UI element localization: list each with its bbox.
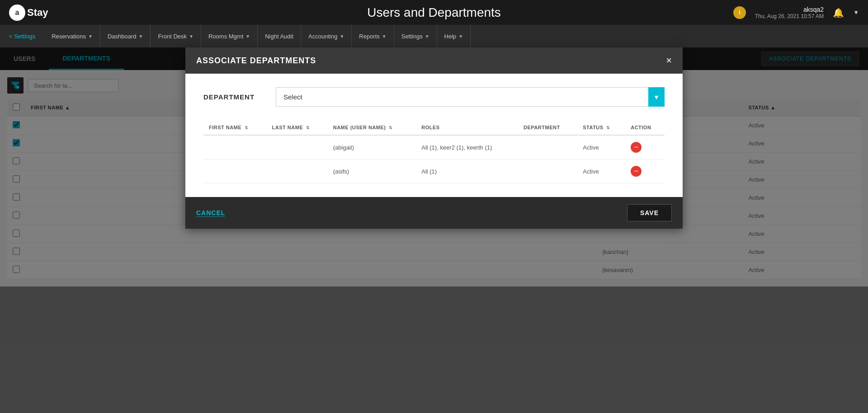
col-status: STATUS ⇅ (577, 120, 625, 135)
nav-back-button[interactable]: < Settings (9, 33, 35, 40)
nav-item-front-desk[interactable]: Front Desk ▼ (151, 25, 201, 47)
cell-roles: All (1) (416, 160, 518, 183)
modal-table: FIRST NAME ⇅ LAST NAME ⇅ NAME (USER NAME… (203, 120, 665, 183)
nav-item-night-audit[interactable]: Night Audit (258, 25, 301, 47)
cell-username: (asifs) (328, 160, 416, 183)
logo-icon: a (9, 5, 25, 21)
nav-item-reservations[interactable]: Reservations ▼ (44, 25, 100, 47)
modal-title: ASSOCIATE DEPARTMENTS (196, 56, 316, 66)
user-dropdown-icon[interactable]: ▼ (853, 9, 859, 16)
cell-action: − (625, 135, 665, 160)
modal-body: DEPARTMENT Select ▼ FIRST NAME ⇅ LAST NA… (185, 74, 683, 197)
chevron-down-icon: ▼ (458, 34, 463, 39)
cell-username: (abigail) (328, 135, 416, 160)
cancel-button[interactable]: CANCEL (196, 209, 225, 216)
modal-header: ASSOCIATE DEPARTMENTS × (185, 47, 683, 74)
nav-item-settings[interactable]: Settings ▼ (394, 25, 437, 47)
department-select[interactable]: Select (276, 87, 665, 107)
nav-item-reports[interactable]: Reports ▼ (352, 25, 394, 47)
user-info: aksqa2 Thu, Aug 26, 2021 10:57 AM (755, 6, 824, 19)
nav-item-rooms-mgmt[interactable]: Rooms Mgmt ▼ (201, 25, 258, 47)
cell-first-name (203, 160, 267, 183)
department-select-wrapper: Select ▼ (276, 87, 665, 107)
chevron-down-icon: ▼ (139, 34, 143, 39)
nav-bar: < Settings Reservations ▼ Dashboard ▼ Fr… (0, 25, 868, 47)
col-action: ACTION (625, 120, 665, 135)
user-name: aksqa2 (755, 6, 824, 13)
modal-footer: CANCEL SAVE (185, 197, 683, 229)
content-area: USERS DEPARTMENTS ASSOCIATE DEPARTMENTS … (0, 47, 868, 413)
col-roles: ROLES (416, 120, 518, 135)
department-selector-row: DEPARTMENT Select ▼ (203, 87, 665, 107)
avatar: l (733, 6, 746, 19)
chevron-down-icon: ▼ (88, 34, 93, 39)
top-bar: a Stay Users and Departments l aksqa2 Th… (0, 0, 868, 25)
department-label: DEPARTMENT (203, 93, 267, 101)
brand-name: Stay (27, 7, 48, 19)
cell-status: Active (577, 135, 625, 160)
chevron-down-icon: ▼ (382, 34, 387, 39)
remove-button[interactable]: − (631, 166, 642, 177)
col-last-name: LAST NAME ⇅ (267, 120, 328, 135)
table-row: (abigail) All (1), keer2 (1), keerth (1)… (203, 135, 665, 160)
cell-department (518, 160, 577, 183)
col-first-name: FIRST NAME ⇅ (203, 120, 267, 135)
col-username: NAME (USER NAME) ⇅ (328, 120, 416, 135)
logo-area: a Stay (9, 5, 48, 21)
chevron-down-icon: ▼ (425, 34, 429, 39)
page-title: Users and Departments (367, 5, 501, 20)
nav-item-dashboard[interactable]: Dashboard ▼ (100, 25, 151, 47)
date-time: Thu, Aug 26, 2021 10:57 AM (755, 13, 824, 19)
chevron-down-icon: ▼ (189, 34, 193, 39)
notification-icon[interactable]: 🔔 (833, 7, 844, 18)
nav-item-accounting[interactable]: Accounting ▼ (301, 25, 352, 47)
chevron-down-icon: ▼ (245, 34, 250, 39)
cell-last-name (267, 135, 328, 160)
cell-last-name (267, 160, 328, 183)
cell-roles: All (1), keer2 (1), keerth (1) (416, 135, 518, 160)
associate-departments-modal: ASSOCIATE DEPARTMENTS × DEPARTMENT Selec… (185, 47, 683, 229)
col-department: DEPARTMENT (518, 120, 577, 135)
cell-first-name (203, 135, 267, 160)
cell-action: − (625, 160, 665, 183)
cell-department (518, 135, 577, 160)
chevron-down-icon: ▼ (340, 34, 344, 39)
user-area: l aksqa2 Thu, Aug 26, 2021 10:57 AM 🔔 ▼ (733, 6, 859, 19)
cell-status: Active (577, 160, 625, 183)
remove-button[interactable]: − (631, 142, 642, 153)
nav-item-help[interactable]: Help ▼ (437, 25, 471, 47)
table-row: (asifs) All (1) Active − (203, 160, 665, 183)
close-button[interactable]: × (666, 56, 672, 66)
save-button[interactable]: SAVE (627, 204, 672, 221)
